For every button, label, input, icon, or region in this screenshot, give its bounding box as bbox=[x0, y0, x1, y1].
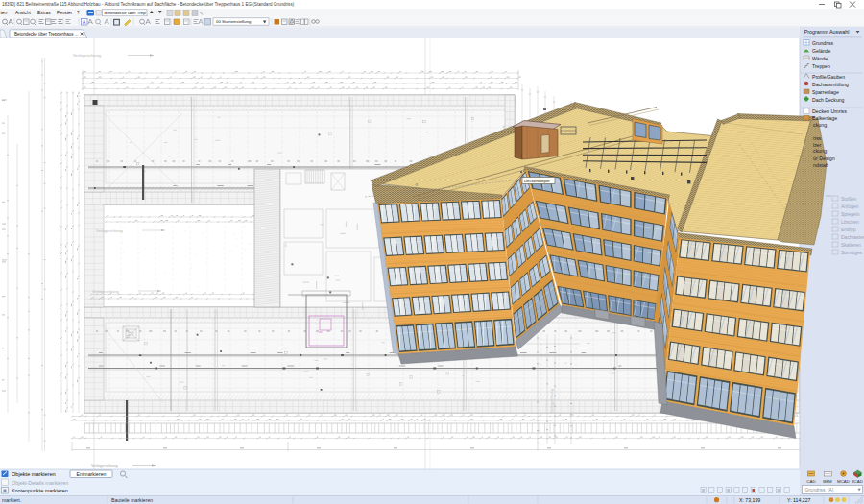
svg-text:Dachraster: Dachraster bbox=[841, 234, 864, 240]
svg-text:Fenster: Fenster bbox=[57, 11, 73, 15]
svg-text:ten: ten bbox=[1, 11, 8, 15]
svg-text:Löschen: Löschen bbox=[841, 219, 859, 225]
svg-text:ckung: ckung bbox=[813, 148, 827, 154]
svg-text:Verlegerichtung: Verlegerichtung bbox=[91, 463, 118, 468]
svg-text:Verlegerichtung: Verlegerichtung bbox=[550, 389, 554, 413]
svg-text:markiert.: markiert. bbox=[2, 497, 21, 503]
svg-text:Stoßen: Stoßen bbox=[841, 196, 856, 202]
svg-text:ndstab: ndstab bbox=[813, 162, 828, 168]
svg-text:Bauteile markieren: Bauteile markieren bbox=[111, 497, 153, 503]
svg-text:Deckenkörper: Deckenkörper bbox=[524, 179, 550, 183]
svg-text:Objekt-Details markieren: Objekt-Details markieren bbox=[12, 480, 68, 486]
svg-text:Verlegerichtung: Verlegerichtung bbox=[92, 289, 119, 294]
svg-text:Entmarkieren: Entmarkieren bbox=[77, 471, 107, 477]
svg-text:Decken Umriss: Decken Umriss bbox=[812, 108, 847, 114]
svg-text:Betondecke über Treppenhaus ..: Betondecke über Treppenhaus ... bbox=[14, 32, 79, 36]
svg-text:xx: xx bbox=[319, 330, 323, 334]
svg-text:Ansicht: Ansicht bbox=[15, 11, 31, 15]
svg-text:MCAD: MCAD bbox=[837, 479, 850, 484]
svg-text:Extras: Extras bbox=[37, 11, 51, 15]
svg-text:Betondecke über Trep: Betondecke über Trep bbox=[105, 11, 147, 15]
svg-text:Anfügen: Anfügen bbox=[841, 204, 859, 209]
svg-text:Grundriss: (A): Grundriss: (A) bbox=[805, 488, 834, 492]
svg-text:3CAD: 3CAD bbox=[852, 479, 863, 484]
svg-text:Grundriss: Grundriss bbox=[812, 40, 834, 46]
svg-text:Balkenlage: Balkenlage bbox=[812, 115, 837, 121]
svg-text:Sparrenlage: Sparrenlage bbox=[812, 89, 839, 95]
svg-text:00 Starteinstellung: 00 Starteinstellung bbox=[216, 19, 252, 24]
svg-text:Spiegeln: Spiegeln bbox=[841, 211, 860, 217]
svg-text:BEM: BEM bbox=[823, 479, 832, 484]
svg-text:Treppen: Treppen bbox=[812, 63, 830, 69]
svg-text:Dach Deckung: Dach Deckung bbox=[812, 97, 845, 103]
svg-text:18390) 821 Beilsteinerstraße 1: 18390) 821 Beilsteinerstraße 115 Abbund … bbox=[2, 2, 295, 7]
svg-text:A: A bbox=[83, 19, 86, 25]
svg-text:Programm Auswahl: Programm Auswahl bbox=[804, 29, 850, 35]
svg-text:Endtyp: Endtyp bbox=[841, 227, 856, 232]
svg-text:Verlegerichtung: Verlegerichtung bbox=[73, 53, 102, 58]
svg-text:Knotenpunkte markieren: Knotenpunkte markieren bbox=[12, 488, 68, 493]
svg-text:Verlegerichtung: Verlegerichtung bbox=[96, 228, 123, 233]
svg-text:?: ? bbox=[77, 11, 80, 15]
svg-text:lzer: lzer bbox=[813, 142, 822, 148]
svg-text:Skalieren: Skalieren bbox=[841, 242, 861, 248]
svg-text:Y: 114,227: Y: 114,227 bbox=[787, 497, 811, 503]
svg-text:ckung: ckung bbox=[813, 122, 827, 128]
svg-text:Sonstiges: Sonstiges bbox=[841, 250, 862, 255]
svg-text:CAD: CAD bbox=[806, 479, 815, 484]
svg-text:Objekte markieren: Objekte markieren bbox=[12, 471, 56, 477]
svg-text:X: 73,199: X: 73,199 bbox=[739, 497, 760, 503]
svg-text:ür Design: ür Design bbox=[813, 156, 835, 161]
svg-text:Wände: Wände bbox=[812, 56, 828, 61]
svg-text:riss: riss bbox=[813, 135, 822, 141]
svg-text:Dachausmittlung: Dachausmittlung bbox=[812, 82, 849, 87]
svg-text:Profile/Gauben: Profile/Gauben bbox=[812, 74, 845, 80]
svg-text:Gelände: Gelände bbox=[812, 48, 830, 54]
